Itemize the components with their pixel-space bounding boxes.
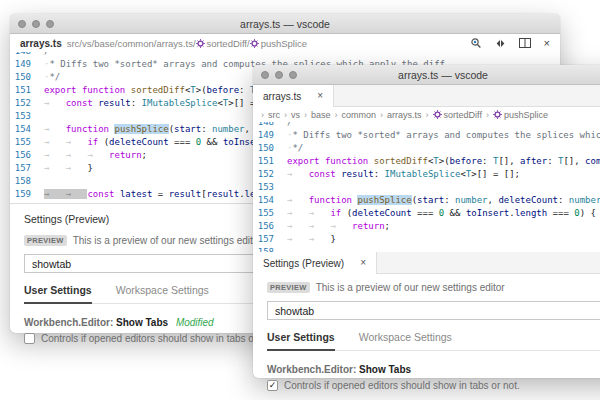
breadcrumb-symbol[interactable]: sortedDiff [433,110,482,120]
show-tabs-checkbox[interactable] [24,333,35,344]
minimize-window-icon[interactable] [32,20,40,28]
breadcrumb-filename[interactable]: arrays.ts [20,38,62,49]
line-number: 157 [10,162,44,175]
split-editor-icon[interactable] [519,38,531,48]
line-text: → function pushSplice(start: number, del… [287,194,600,207]
tab-label: arrays.ts [263,91,301,102]
code-editor[interactable]: 148/**149·* Diffs two *sorted* arrays an… [253,122,600,252]
tab-user-settings[interactable]: User Settings [24,282,92,304]
traffic-lights [261,71,297,79]
traffic-lights [18,20,54,28]
code-line: 156→ → → return; [253,220,600,233]
symbol-method-icon [250,39,259,48]
tab-workspace-settings[interactable]: Workspace Settings [116,282,209,303]
breadcrumb-symbol-label: sortedDiff [207,38,247,49]
line-text: → const result: IMutableSplice<T>[] = []… [44,97,277,110]
line-text: ·* Diffs two *sorted* arrays and compute… [287,129,600,142]
minimize-window-icon[interactable] [275,71,283,79]
setting-description: Controls if opened editors should show i… [41,333,277,344]
close-window-icon[interactable] [261,71,269,79]
line-number: 154 [10,123,44,136]
code-line: 151export function sortedDiff<T>(before:… [253,155,600,168]
search-icon[interactable] [470,37,482,49]
vscode-window-tabs-shown: arrays.ts — vscode arrays.ts × › src › v… [253,65,600,378]
close-editor-icon[interactable]: × [544,38,550,49]
line-number: 159 [10,188,44,201]
breadcrumb-symbol[interactable]: sortedDiff [196,38,247,49]
banner-text: This is a preview of our new settings ed… [73,235,262,246]
line-text: → → → return; [287,220,390,233]
window-title: arrays.ts — vscode [398,69,488,81]
chevron-right-icon: › [261,110,264,120]
breadcrumb-symbol-label: pushSplice [261,38,307,49]
breadcrumb-symbol[interactable]: pushSplice [493,110,548,120]
preview-badge: PREVIEW [267,282,310,293]
chevron-right-icon: › [426,110,429,120]
chevron-right-icon: › [380,110,383,120]
line-number: 149 [253,129,287,142]
chevron-right-icon: › [304,110,307,120]
chevron-right-icon: › [486,110,489,120]
setting-row-show-tabs: Workbench.Editor: Show Tabs ✓ Controls i… [267,351,600,391]
symbol-method-icon [493,110,502,119]
line-text: → → } [287,233,336,246]
settings-editor: PREVIEW This is a preview of our new set… [253,274,600,391]
titlebar[interactable]: arrays.ts — vscode [253,65,600,85]
breadcrumb-symbol-label: pushSplice [504,110,548,120]
breadcrumb-item[interactable]: common [342,110,377,120]
close-tab-icon[interactable]: × [317,91,323,101]
line-text: → → if (deleteCount === 0 && toInsert.le… [287,207,596,220]
line-text: ·*/ [287,142,303,155]
line-number: 149 [10,58,44,71]
diff-icon[interactable] [495,38,506,49]
editor-title-breadcrumb: arrays.ts src/vs/base/common/arrays.ts/ … [10,34,560,52]
line-text: → const result: IMutableSplice<T>[] = []… [287,168,520,181]
line-number: 155 [10,136,44,149]
code-line: 150·*/ [253,142,600,155]
symbol-method-icon [433,110,442,119]
breadcrumb-item[interactable]: base [311,110,331,120]
setting-header: Workbench.Editor: Show Tabs [267,364,600,375]
settings-tab-bar: Settings (Preview) × [253,252,600,274]
line-text: /** [287,122,303,129]
line-text: export function sortedDiff<T>(before: T[… [287,155,600,168]
show-tabs-checkbox[interactable]: ✓ [267,380,278,391]
code-line: 148/** [253,122,600,129]
close-window-icon[interactable] [18,20,26,28]
line-number: 150 [253,142,287,155]
close-tab-icon[interactable]: × [360,258,366,268]
breadcrumb-symbol-label: sortedDiff [444,110,482,120]
modified-badge: Modified [176,317,214,328]
line-number: 151 [253,155,287,168]
line-number: 156 [10,149,44,162]
tab-user-settings[interactable]: User Settings [267,329,335,351]
chevron-right-icon: › [284,110,287,120]
code-line: 152→ const result: IMutableSplice<T>[] =… [253,168,600,181]
titlebar[interactable]: arrays.ts — vscode [10,14,560,34]
settings-search-input[interactable]: showtab [267,301,600,320]
zoom-window-icon[interactable] [46,20,54,28]
editor-actions: × [470,37,550,49]
line-number: 152 [253,168,287,181]
breadcrumb-item[interactable]: arrays.ts [387,110,422,120]
tab-arrays-ts[interactable]: arrays.ts × [253,85,334,107]
setting-category: Workbench.Editor: [24,317,113,328]
breadcrumb-symbol[interactable]: pushSplice [250,38,307,49]
preview-badge: PREVIEW [24,235,67,246]
breadcrumb-path[interactable]: src/vs/base/common/arrays.ts/ [67,38,196,49]
line-number: 154 [253,194,287,207]
zoom-window-icon[interactable] [289,71,297,79]
line-text: → → → return; [44,149,147,162]
tab-workspace-settings[interactable]: Workspace Settings [359,329,452,350]
editor-tab-bar: arrays.ts × [253,85,600,107]
line-number: 150 [10,71,44,84]
code-lines-front: 148/**149·* Diffs two *sorted* arrays an… [253,122,600,252]
tab-settings-preview[interactable]: Settings (Preview) × [253,252,377,274]
line-text: ·*/ [44,71,60,84]
code-line: 155→ → if (deleteCount === 0 && toInsert… [253,207,600,220]
breadcrumb-item[interactable]: vs [291,110,300,120]
setting-description-row: ✓ Controls if opened editors should show… [267,375,600,391]
chevron-right-icon: › [335,110,338,120]
breadcrumb-item[interactable]: src [268,110,280,120]
setting-category: Workbench.Editor: [267,364,356,375]
